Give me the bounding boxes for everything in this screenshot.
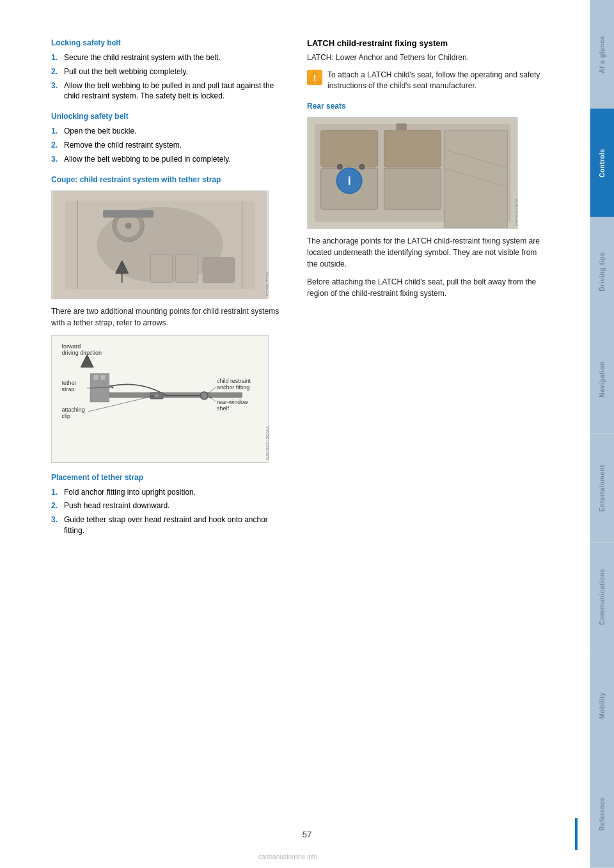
- sidebar-item-navigation[interactable]: Navigation: [590, 325, 614, 434]
- coupe-description: There are two additional mounting points…: [51, 306, 288, 329]
- rear-seats-heading: Rear seats: [307, 102, 544, 111]
- car-trunk-image: W62-HK04: [51, 190, 269, 299]
- unlocking-num-1: 1.: [51, 126, 60, 137]
- placement-heading: Placement of tether strap: [51, 473, 288, 482]
- locking-text-1: Secure the child restraint system with t…: [64, 52, 221, 63]
- locking-heading: Locking safety belt: [51, 38, 288, 47]
- locking-step-1: 1. Secure the child restraint system wit…: [51, 52, 288, 63]
- placement-num-2: 2.: [51, 500, 60, 511]
- svg-text:i: i: [348, 174, 351, 187]
- svg-text:anchor fitting: anchor fitting: [217, 384, 249, 391]
- bottom-watermark: carmanualonline.info: [0, 853, 576, 860]
- svg-text:driving direction: driving direction: [62, 349, 102, 355]
- svg-rect-13: [150, 254, 173, 282]
- placement-num-3: 3.: [51, 515, 60, 536]
- unlocking-step-2: 2. Remove the child restraint system.: [51, 140, 288, 151]
- placement-list: 1. Fold anchor fitting into upright posi…: [51, 487, 288, 536]
- svg-text:child restraint: child restraint: [217, 378, 251, 384]
- svg-text:!: !: [313, 73, 316, 82]
- placement-text-2: Push head restraint downward.: [64, 500, 169, 511]
- sidebar-item-mobility[interactable]: Mobility: [590, 651, 614, 760]
- svg-text:clip: clip: [62, 412, 70, 419]
- locking-num-2: 2.: [51, 66, 60, 77]
- svg-rect-6: [103, 210, 154, 217]
- page-marker: [575, 818, 578, 850]
- placement-text-3: Guide tether strap over head restraint a…: [64, 515, 288, 536]
- diagram-watermark: YW5dl-c20:WS: [265, 425, 271, 460]
- coupe-heading: Coupe: child restraint system with tethe…: [51, 175, 288, 184]
- svg-point-42: [152, 395, 154, 397]
- unlocking-list: 1. Open the belt buckle. 2. Remove the c…: [51, 126, 288, 164]
- unlocking-step-3: 3. Allow the belt webbing to be pulled i…: [51, 154, 288, 165]
- unlocking-text-2: Remove the child restraint system.: [64, 140, 182, 151]
- svg-rect-49: [321, 130, 378, 166]
- unlocking-heading: Unlocking safety belt: [51, 112, 288, 121]
- svg-text:tether: tether: [62, 380, 77, 386]
- warning-icon: !: [307, 70, 322, 85]
- svg-rect-48: [384, 168, 441, 209]
- sidebar-item-communications[interactable]: Communications: [590, 543, 614, 651]
- svg-point-54: [337, 164, 342, 169]
- svg-rect-15: [203, 257, 234, 283]
- locking-num-1: 1.: [51, 52, 60, 63]
- tether-diagram: forward driving direction: [51, 335, 269, 463]
- unlocking-text-3: Allow the belt webbing to be pulled in c…: [64, 154, 231, 165]
- sidebar-item-entertainment[interactable]: Entertainment: [590, 434, 614, 543]
- svg-text:attaching: attaching: [62, 406, 85, 412]
- svg-point-30: [111, 386, 113, 388]
- placement-step-2: 2. Push head restraint downward.: [51, 500, 288, 511]
- warning-box: ! To attach a LATCH child's seat, follow…: [307, 70, 544, 91]
- svg-point-5: [125, 222, 132, 229]
- placement-step-3: 3. Guide tether strap over head restrain…: [51, 515, 288, 536]
- warning-text: To attach a LATCH child's seat, follow t…: [327, 70, 544, 91]
- locking-step-3: 3. Allow the belt webbing to be pulled i…: [51, 81, 288, 102]
- sidebar-item-driving-tips[interactable]: Driving tips: [590, 217, 614, 326]
- latch-rear-seats-image: i W90-HK048: [307, 117, 518, 229]
- unlocking-step-1: 1. Open the belt buckle.: [51, 126, 288, 137]
- sidebar-item-reference[interactable]: Reference: [590, 759, 614, 868]
- svg-rect-22: [93, 375, 98, 380]
- image-watermark: W62-HK04: [265, 271, 269, 296]
- svg-rect-50: [384, 130, 441, 166]
- placement-num-1: 1.: [51, 487, 60, 498]
- locking-num-3: 3.: [51, 81, 60, 102]
- svg-point-34: [207, 392, 209, 394]
- svg-rect-23: [100, 375, 106, 380]
- svg-rect-14: [176, 254, 198, 282]
- page-container: Locking safety belt 1. Secure the child …: [0, 0, 614, 868]
- sidebar: At a glance Controls Driving tips Naviga…: [590, 0, 614, 868]
- locking-step-2: 2. Pull out the belt webbing completely.: [51, 66, 288, 77]
- locking-text-3: Allow the belt webbing to be pulled in a…: [64, 81, 288, 102]
- latch-heading: LATCH child-restraint fixing system: [307, 38, 544, 48]
- svg-point-38: [210, 396, 212, 398]
- svg-rect-51: [444, 130, 507, 228]
- placement-step-1: 1. Fold anchor fitting into upright posi…: [51, 487, 288, 498]
- locking-list: 1. Secure the child restraint system wit…: [51, 52, 288, 102]
- svg-rect-8: [122, 273, 123, 283]
- main-content: Locking safety belt 1. Secure the child …: [0, 0, 590, 868]
- latch-para1: The anchorage points for the LATCH child…: [307, 235, 544, 270]
- locking-text-2: Pull out the belt webbing completely.: [64, 66, 188, 77]
- unlocking-text-1: Open the belt buckle.: [64, 126, 136, 137]
- unlocking-num-3: 3.: [51, 154, 60, 165]
- svg-point-26: [155, 394, 159, 398]
- svg-text:strap: strap: [62, 386, 75, 392]
- latch-para2: Before attaching the LATCH child's seat,…: [307, 276, 544, 299]
- sidebar-item-controls[interactable]: Controls: [590, 109, 614, 217]
- svg-text:rear-window: rear-window: [217, 398, 248, 405]
- placement-text-1: Fold anchor fitting into upright positio…: [64, 487, 196, 498]
- svg-point-55: [359, 164, 365, 169]
- latch-intro: LATCH: Lower Anchor and Tethers for Chil…: [307, 52, 544, 63]
- right-column: LATCH child-restraint fixing system LATC…: [307, 38, 544, 830]
- svg-text:shelf: shelf: [217, 405, 229, 411]
- latch-watermark: W90-HK048: [514, 198, 518, 226]
- page-number: 57: [303, 830, 311, 839]
- svg-text:forward: forward: [62, 343, 81, 349]
- left-column: Locking safety belt 1. Secure the child …: [51, 38, 288, 830]
- unlocking-num-2: 2.: [51, 140, 60, 151]
- sidebar-item-at-a-glance[interactable]: At a glance: [590, 0, 614, 109]
